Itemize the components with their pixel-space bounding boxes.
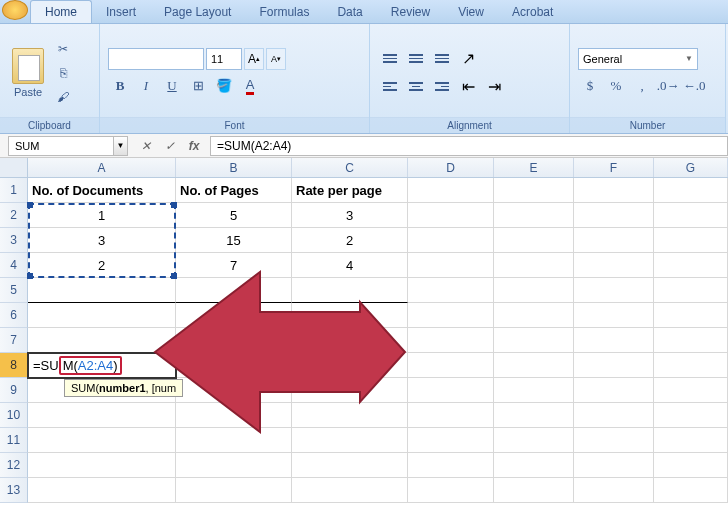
- cell-b11[interactable]: [176, 428, 292, 453]
- cell-f11[interactable]: [574, 428, 654, 453]
- row-header-5[interactable]: 5: [0, 278, 28, 303]
- cell-b6[interactable]: [176, 303, 292, 328]
- cut-button[interactable]: ✂: [52, 38, 74, 60]
- increase-indent-button[interactable]: ⇥: [482, 75, 506, 99]
- cell-b4[interactable]: 7: [176, 253, 292, 278]
- cell-c7[interactable]: [292, 328, 408, 353]
- tab-review[interactable]: Review: [377, 1, 444, 23]
- cell-a3[interactable]: 3: [28, 228, 176, 253]
- grow-font-button[interactable]: A▴: [244, 48, 264, 70]
- name-box[interactable]: SUM: [8, 136, 114, 156]
- align-top-button[interactable]: [378, 47, 402, 71]
- cell-b7[interactable]: [176, 328, 292, 353]
- cell-d7[interactable]: [408, 328, 494, 353]
- decrease-indent-button[interactable]: ⇤: [456, 75, 480, 99]
- row-header-7[interactable]: 7: [0, 328, 28, 353]
- cell-a7[interactable]: [28, 328, 176, 353]
- cell-a4[interactable]: 2: [28, 253, 176, 278]
- format-painter-button[interactable]: 🖌: [52, 86, 74, 108]
- fx-button[interactable]: fx: [182, 136, 206, 156]
- border-button[interactable]: ⊞: [186, 74, 210, 98]
- row-header-8[interactable]: 8: [0, 353, 28, 378]
- cell-f8[interactable]: [574, 353, 654, 378]
- row-header-1[interactable]: 1: [0, 178, 28, 203]
- bold-button[interactable]: B: [108, 74, 132, 98]
- tab-page-layout[interactable]: Page Layout: [150, 1, 245, 23]
- cell-f1[interactable]: [574, 178, 654, 203]
- row-header-13[interactable]: 13: [0, 478, 28, 503]
- fill-color-button[interactable]: 🪣: [212, 74, 236, 98]
- cell-c13[interactable]: [292, 478, 408, 503]
- cell-e4[interactable]: [494, 253, 574, 278]
- cell-e5[interactable]: [494, 278, 574, 303]
- paste-button[interactable]: Paste: [8, 44, 48, 102]
- cell-d9[interactable]: [408, 378, 494, 403]
- font-color-button[interactable]: A: [238, 74, 262, 98]
- cell-e1[interactable]: [494, 178, 574, 203]
- row-header-3[interactable]: 3: [0, 228, 28, 253]
- tab-acrobat[interactable]: Acrobat: [498, 1, 567, 23]
- col-header-g[interactable]: G: [654, 158, 728, 177]
- row-header-10[interactable]: 10: [0, 403, 28, 428]
- cell-d11[interactable]: [408, 428, 494, 453]
- cell-c11[interactable]: [292, 428, 408, 453]
- cell-g6[interactable]: [654, 303, 728, 328]
- cell-e7[interactable]: [494, 328, 574, 353]
- cell-g9[interactable]: [654, 378, 728, 403]
- cell-g7[interactable]: [654, 328, 728, 353]
- cell-a11[interactable]: [28, 428, 176, 453]
- office-button[interactable]: [2, 0, 28, 20]
- cell-f7[interactable]: [574, 328, 654, 353]
- tab-view[interactable]: View: [444, 1, 498, 23]
- col-header-a[interactable]: A: [28, 158, 176, 177]
- cell-c9[interactable]: [292, 378, 408, 403]
- cell-f4[interactable]: [574, 253, 654, 278]
- cell-g10[interactable]: [654, 403, 728, 428]
- col-header-b[interactable]: B: [176, 158, 292, 177]
- row-header-9[interactable]: 9: [0, 378, 28, 403]
- cell-b12[interactable]: [176, 453, 292, 478]
- cancel-formula-button[interactable]: ✕: [134, 136, 158, 156]
- align-middle-button[interactable]: [404, 47, 428, 71]
- row-header-4[interactable]: 4: [0, 253, 28, 278]
- cell-b1[interactable]: No. of Pages: [176, 178, 292, 203]
- row-header-11[interactable]: 11: [0, 428, 28, 453]
- cell-g5[interactable]: [654, 278, 728, 303]
- currency-button[interactable]: $: [578, 74, 602, 98]
- cell-b3[interactable]: 15: [176, 228, 292, 253]
- cell-b8[interactable]: [176, 353, 292, 378]
- cell-a12[interactable]: [28, 453, 176, 478]
- cell-f6[interactable]: [574, 303, 654, 328]
- cell-f3[interactable]: [574, 228, 654, 253]
- cell-g2[interactable]: [654, 203, 728, 228]
- cell-f2[interactable]: [574, 203, 654, 228]
- name-box-dropdown[interactable]: ▼: [114, 136, 128, 156]
- cell-a5[interactable]: [28, 278, 176, 303]
- cell-f9[interactable]: [574, 378, 654, 403]
- cell-e11[interactable]: [494, 428, 574, 453]
- cell-d1[interactable]: [408, 178, 494, 203]
- cell-a2[interactable]: 1: [28, 203, 176, 228]
- percent-button[interactable]: %: [604, 74, 628, 98]
- cell-e3[interactable]: [494, 228, 574, 253]
- enter-formula-button[interactable]: ✓: [158, 136, 182, 156]
- cell-b5[interactable]: [176, 278, 292, 303]
- col-header-c[interactable]: C: [292, 158, 408, 177]
- cell-a10[interactable]: [28, 403, 176, 428]
- col-header-e[interactable]: E: [494, 158, 574, 177]
- cell-b9[interactable]: [176, 378, 292, 403]
- tab-data[interactable]: Data: [323, 1, 376, 23]
- cell-d8[interactable]: [408, 353, 494, 378]
- cell-f13[interactable]: [574, 478, 654, 503]
- cell-g12[interactable]: [654, 453, 728, 478]
- align-right-button[interactable]: [430, 75, 454, 99]
- formula-input[interactable]: =SUM(A2:A4): [210, 136, 728, 156]
- cells-area[interactable]: No. of Documents No. of Pages Rate per p…: [28, 178, 728, 503]
- cell-c2[interactable]: 3: [292, 203, 408, 228]
- cell-g13[interactable]: [654, 478, 728, 503]
- row-header-12[interactable]: 12: [0, 453, 28, 478]
- cell-e13[interactable]: [494, 478, 574, 503]
- cell-a6[interactable]: [28, 303, 176, 328]
- copy-button[interactable]: ⎘: [52, 62, 74, 84]
- tab-insert[interactable]: Insert: [92, 1, 150, 23]
